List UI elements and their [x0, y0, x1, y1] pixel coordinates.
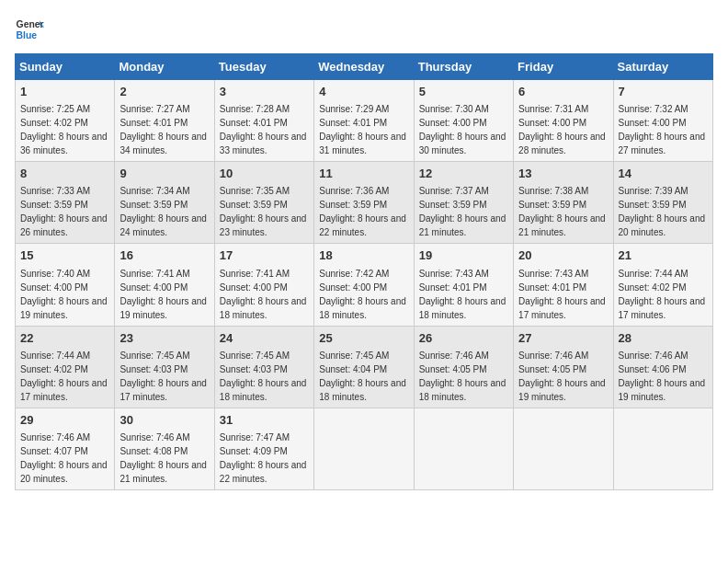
day-header-friday: Friday [514, 54, 613, 80]
day-info: Sunrise: 7:28 AMSunset: 4:01 PMDaylight:… [220, 104, 307, 155]
day-info: Sunrise: 7:35 AMSunset: 3:59 PMDaylight:… [220, 186, 307, 237]
day-info: Sunrise: 7:30 AMSunset: 4:00 PMDaylight:… [419, 104, 506, 155]
day-number: 18 [319, 247, 408, 264]
logo-icon: General Blue [15, 15, 44, 44]
calendar-cell [414, 408, 513, 489]
day-info: Sunrise: 7:29 AMSunset: 4:01 PMDaylight:… [319, 104, 406, 155]
day-number: 8 [20, 166, 109, 182]
day-number: 28 [619, 330, 708, 347]
calendar-cell: 13Sunrise: 7:38 AMSunset: 3:59 PMDayligh… [514, 162, 613, 244]
day-info: Sunrise: 7:41 AMSunset: 4:00 PMDaylight:… [119, 269, 207, 320]
calendar-cell: 26Sunrise: 7:46 AMSunset: 4:05 PMDayligh… [414, 326, 513, 408]
calendar-cell: 7Sunrise: 7:32 AMSunset: 4:00 PMDaylight… [613, 80, 712, 162]
day-info: Sunrise: 7:40 AMSunset: 4:00 PMDaylight:… [20, 269, 108, 320]
calendar-cell: 2Sunrise: 7:27 AMSunset: 4:01 PMDaylight… [115, 80, 214, 162]
day-number: 30 [119, 412, 209, 429]
calendar-cell: 27Sunrise: 7:46 AMSunset: 4:05 PMDayligh… [514, 326, 613, 408]
day-info: Sunrise: 7:31 AMSunset: 4:00 PMDaylight:… [518, 104, 606, 155]
calendar-cell: 15Sunrise: 7:40 AMSunset: 4:00 PMDayligh… [16, 244, 115, 326]
calendar-cell: 3Sunrise: 7:28 AMSunset: 4:01 PMDaylight… [214, 80, 313, 162]
day-info: Sunrise: 7:27 AMSunset: 4:01 PMDaylight:… [119, 104, 207, 155]
day-info: Sunrise: 7:46 AMSunset: 4:08 PMDaylight:… [119, 432, 207, 484]
day-info: Sunrise: 7:46 AMSunset: 4:06 PMDaylight:… [619, 350, 706, 402]
day-info: Sunrise: 7:42 AMSunset: 4:00 PMDaylight:… [319, 269, 406, 320]
day-info: Sunrise: 7:46 AMSunset: 4:05 PMDaylight:… [419, 350, 506, 402]
day-number: 25 [319, 330, 408, 347]
calendar-cell [514, 408, 613, 489]
week-row-4: 22Sunrise: 7:44 AMSunset: 4:02 PMDayligh… [16, 326, 713, 408]
day-info: Sunrise: 7:34 AMSunset: 3:59 PMDaylight:… [119, 186, 207, 237]
calendar-cell: 19Sunrise: 7:43 AMSunset: 4:01 PMDayligh… [414, 244, 513, 326]
calendar-cell: 12Sunrise: 7:37 AMSunset: 3:59 PMDayligh… [414, 162, 513, 244]
day-number: 1 [20, 84, 109, 100]
day-info: Sunrise: 7:43 AMSunset: 4:01 PMDaylight:… [419, 269, 506, 320]
calendar-cell: 22Sunrise: 7:44 AMSunset: 4:02 PMDayligh… [16, 326, 115, 408]
day-number: 16 [119, 247, 209, 264]
calendar-cell: 16Sunrise: 7:41 AMSunset: 4:00 PMDayligh… [115, 244, 214, 326]
day-number: 7 [619, 84, 708, 100]
calendar-cell [613, 408, 712, 489]
day-info: Sunrise: 7:32 AMSunset: 4:00 PMDaylight:… [619, 104, 706, 155]
calendar-cell: 9Sunrise: 7:34 AMSunset: 3:59 PMDaylight… [115, 162, 214, 244]
day-header-wednesday: Wednesday [314, 54, 414, 80]
calendar-cell: 11Sunrise: 7:36 AMSunset: 3:59 PMDayligh… [314, 162, 414, 244]
calendar-cell: 24Sunrise: 7:45 AMSunset: 4:03 PMDayligh… [214, 326, 313, 408]
day-number: 29 [20, 412, 109, 429]
day-info: Sunrise: 7:36 AMSunset: 3:59 PMDaylight:… [319, 186, 406, 237]
day-number: 6 [518, 84, 608, 100]
day-number: 14 [619, 166, 708, 182]
day-info: Sunrise: 7:47 AMSunset: 4:09 PMDaylight:… [220, 432, 307, 484]
day-number: 15 [20, 247, 109, 264]
day-number: 5 [419, 84, 508, 100]
calendar-cell: 25Sunrise: 7:45 AMSunset: 4:04 PMDayligh… [314, 326, 414, 408]
svg-text:Blue: Blue [17, 30, 38, 40]
calendar-cell: 4Sunrise: 7:29 AMSunset: 4:01 PMDaylight… [314, 80, 414, 162]
week-row-1: 1Sunrise: 7:25 AMSunset: 4:02 PMDaylight… [16, 80, 713, 162]
day-number: 24 [220, 330, 309, 347]
day-header-tuesday: Tuesday [214, 54, 313, 80]
calendar-cell: 20Sunrise: 7:43 AMSunset: 4:01 PMDayligh… [514, 244, 613, 326]
day-number: 20 [518, 247, 608, 264]
day-info: Sunrise: 7:43 AMSunset: 4:01 PMDaylight:… [518, 269, 606, 320]
calendar-cell: 29Sunrise: 7:46 AMSunset: 4:07 PMDayligh… [16, 408, 115, 489]
day-number: 31 [220, 412, 309, 429]
day-number: 11 [319, 166, 408, 182]
calendar-cell: 30Sunrise: 7:46 AMSunset: 4:08 PMDayligh… [115, 408, 214, 489]
day-info: Sunrise: 7:46 AMSunset: 4:07 PMDaylight:… [20, 432, 108, 484]
day-number: 12 [419, 166, 508, 182]
day-info: Sunrise: 7:33 AMSunset: 3:59 PMDaylight:… [20, 186, 108, 237]
day-number: 22 [20, 330, 109, 347]
header-row: SundayMondayTuesdayWednesdayThursdayFrid… [16, 54, 713, 80]
day-number: 21 [619, 247, 708, 264]
day-info: Sunrise: 7:45 AMSunset: 4:03 PMDaylight:… [119, 350, 207, 402]
calendar-header: SundayMondayTuesdayWednesdayThursdayFrid… [16, 54, 713, 80]
day-info: Sunrise: 7:38 AMSunset: 3:59 PMDaylight:… [518, 186, 606, 237]
day-info: Sunrise: 7:39 AMSunset: 3:59 PMDaylight:… [619, 186, 706, 237]
day-number: 3 [220, 84, 309, 100]
calendar-cell: 14Sunrise: 7:39 AMSunset: 3:59 PMDayligh… [613, 162, 712, 244]
day-number: 27 [518, 330, 608, 347]
day-info: Sunrise: 7:45 AMSunset: 4:04 PMDaylight:… [319, 350, 406, 402]
day-number: 17 [220, 247, 309, 264]
day-info: Sunrise: 7:25 AMSunset: 4:02 PMDaylight:… [20, 104, 108, 155]
calendar-cell: 18Sunrise: 7:42 AMSunset: 4:00 PMDayligh… [314, 244, 414, 326]
day-info: Sunrise: 7:45 AMSunset: 4:03 PMDaylight:… [220, 350, 307, 402]
week-row-5: 29Sunrise: 7:46 AMSunset: 4:07 PMDayligh… [16, 408, 713, 489]
day-number: 23 [119, 330, 209, 347]
day-number: 13 [518, 166, 608, 182]
day-number: 4 [319, 84, 408, 100]
day-number: 9 [119, 166, 209, 182]
day-number: 2 [119, 84, 209, 100]
day-info: Sunrise: 7:46 AMSunset: 4:05 PMDaylight:… [518, 350, 606, 402]
calendar-cell: 8Sunrise: 7:33 AMSunset: 3:59 PMDaylight… [16, 162, 115, 244]
day-info: Sunrise: 7:44 AMSunset: 4:02 PMDaylight:… [20, 350, 108, 402]
day-info: Sunrise: 7:41 AMSunset: 4:00 PMDaylight:… [220, 269, 307, 320]
calendar-cell [314, 408, 414, 489]
day-header-monday: Monday [115, 54, 214, 80]
page-header: General Blue [15, 15, 713, 44]
calendar-cell: 31Sunrise: 7:47 AMSunset: 4:09 PMDayligh… [214, 408, 313, 489]
calendar-cell: 5Sunrise: 7:30 AMSunset: 4:00 PMDaylight… [414, 80, 513, 162]
calendar-cell: 28Sunrise: 7:46 AMSunset: 4:06 PMDayligh… [613, 326, 712, 408]
day-info: Sunrise: 7:44 AMSunset: 4:02 PMDaylight:… [619, 269, 706, 320]
day-number: 10 [220, 166, 309, 182]
